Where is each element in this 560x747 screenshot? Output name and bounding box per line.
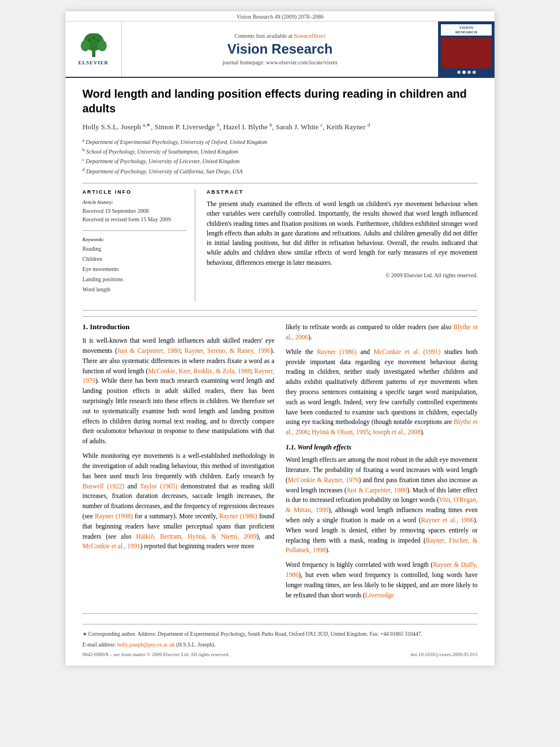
ref-rayner-duffy[interactable]: Rayner & Duffy, 1986	[286, 561, 478, 578]
authors: Holly S.S.L. Joseph a,∗, Simon P. Livers…	[82, 121, 478, 133]
received-date: Received 19 September 2008	[82, 207, 186, 215]
sciencedirect-link[interactable]: ScienceDirect	[294, 33, 325, 39]
body-columns: 1. Introduction It is well-known that wo…	[82, 316, 478, 605]
affiliation-c: c Department of Psychology, University o…	[82, 156, 478, 166]
footnote-corresponding: ∗ Corresponding author. Address: Departm…	[82, 630, 478, 638]
vr-dots	[457, 71, 476, 74]
body-paragraph-5: Word length effects are among the most r…	[286, 455, 478, 556]
ref-mcconkie-1991[interactable]: McConkie et al., 1991	[82, 543, 141, 549]
affiliation-a: a Department of Experimental Psychology,…	[82, 137, 478, 147]
email-label: E-mail address:	[82, 642, 116, 648]
ref-rayner-fischer[interactable]: Rayner, Fischer, & Pollatsek, 1998	[286, 537, 478, 554]
article-history-section: Article history: Received 19 September 2…	[82, 199, 186, 224]
ref-joseph-2008[interactable]: Joseph et al., 2008	[373, 429, 421, 435]
vr-cover-image	[441, 37, 491, 68]
abstract-heading: ABSTRACT	[207, 189, 478, 195]
divider-info	[82, 230, 186, 231]
journal-header: ELSEVIER Contents lists available at Sci…	[65, 21, 495, 78]
keyword-reading: Reading	[82, 244, 186, 254]
abstract-section: ABSTRACT The present study examined the …	[207, 189, 478, 302]
keywords-list: Reading Children Eye movements Landing p…	[82, 244, 186, 295]
ref-rayner-sereno[interactable]: Rayner, Sereno, & Raney, 1996	[185, 347, 270, 354]
footer-divider	[82, 624, 478, 624]
vr-dot-2	[462, 71, 466, 74]
body-paragraph-2: While monitoring eye movements is a well…	[82, 451, 274, 552]
divider-2	[82, 310, 478, 311]
ref-liversedge[interactable]: Liversedge	[365, 592, 394, 599]
svg-point-2	[81, 40, 90, 51]
revised-date: Received in revised form 15 May 2009	[82, 215, 186, 224]
ref-blythe-2006a[interactable]: Blythe et al., 2006	[286, 324, 478, 340]
footnote-star: ∗ Corresponding author. Address: Departm…	[82, 631, 422, 637]
ref-rayner-1986[interactable]: Rayner (1986)	[219, 513, 257, 519]
affiliation-b: b School of Psychology, University of So…	[82, 147, 478, 156]
journal-center: Contents lists available at ScienceDirec…	[122, 21, 438, 77]
ref-buswell[interactable]: Buswell (1922)	[82, 483, 124, 490]
article-content: Word length and landing position effects…	[65, 78, 495, 666]
email-suffix: (H.S.S.L. Joseph).	[176, 642, 216, 648]
footer-bottom: 0042-6989/$ – see front matter © 2009 El…	[82, 652, 478, 657]
ref-rayner-1998[interactable]: Rayner (1998)	[95, 513, 133, 519]
keyword-eye-movements: Eye movements	[82, 264, 186, 274]
sciencedirect-line: Contents lists available at ScienceDirec…	[234, 33, 325, 39]
vr-dot-4	[473, 71, 476, 74]
article-info-heading: ARTICLE INFO	[82, 189, 186, 195]
column-right: likely to refixate words as compared to …	[286, 322, 478, 605]
elsevier-logo: ELSEVIER	[65, 21, 122, 77]
journal-title: Vision Research	[228, 41, 333, 57]
ref-hyona-olson[interactable]: Hyönä & Olson, 1995	[312, 429, 369, 435]
elsevier-label: ELSEVIER	[78, 60, 109, 65]
svg-point-6	[97, 39, 99, 41]
history-label: Article history:	[82, 199, 186, 205]
vr-dot-3	[467, 71, 471, 74]
info-abstract-section: ARTICLE INFO Article history: Received 1…	[82, 189, 478, 302]
email-link[interactable]: holly.joseph@psy.ox.ac.uk	[117, 642, 175, 648]
svg-point-5	[93, 37, 95, 39]
doi: doi:10.1016/j.visres.2009.05.015	[410, 652, 478, 657]
ref-haikio[interactable]: Häikiö, Bertram, Hyönä, & Niemi, 2009	[136, 533, 256, 540]
keywords-label: Keywords:	[82, 237, 186, 242]
vr-dot-1	[457, 71, 461, 74]
ref-taylor[interactable]: Taylor (1965)	[140, 483, 177, 490]
copyright-line: 0042-6989/$ – see front matter © 2009 El…	[82, 652, 230, 657]
ref-rayner-1986b[interactable]: Rayner (1986)	[317, 348, 357, 355]
ref-rayner-1996[interactable]: Rayner et al., 1996	[421, 517, 474, 523]
keyword-word-length: Word length	[82, 285, 186, 295]
keyword-landing-positions: Landing positions	[82, 274, 186, 285]
keywords-section: Keywords: Reading Children Eye movements…	[82, 237, 186, 295]
svg-point-3	[98, 40, 107, 51]
article-page: Vision Research 49 (2009) 2078–2086 ELSE…	[65, 11, 495, 666]
body-paragraph-3: likely to refixate words as compared to …	[286, 322, 478, 343]
ref-just-carpenter-2[interactable]: Just & Carpenter, 1980	[347, 487, 407, 493]
abstract-text: The present study examined the effects o…	[207, 199, 478, 268]
ref-mcconkie-et-al[interactable]: McConkie et al. (1991)	[374, 348, 441, 355]
footnote-email: E-mail address: holly.joseph@psy.ox.ac.u…	[82, 641, 478, 649]
top-bar: Vision Research 49 (2009) 2078–2086	[65, 11, 495, 21]
elsevier-tree-icon	[77, 33, 111, 59]
divider-1	[82, 183, 478, 184]
journal-homepage: journal homepage: www.elsevier.com/locat…	[222, 59, 338, 65]
svg-point-4	[88, 39, 90, 41]
journal-ref: Vision Research 49 (2009) 2078–2086	[237, 14, 323, 20]
copyright-notice: © 2009 Elsevier Ltd. All rights reserved…	[207, 272, 478, 278]
ref-vitu[interactable]: Vitu, O'Regan, & Mittau, 1990	[286, 496, 478, 513]
article-info: ARTICLE INFO Article history: Received 1…	[82, 189, 195, 302]
affiliation-d: d Department of Psychology, University o…	[82, 167, 478, 176]
article-title: Word length and landing position effects…	[82, 86, 478, 116]
body-paragraph-6: Word frequency is highly correlated with…	[286, 560, 478, 600]
ref-just-carpenter[interactable]: Just & Carpenter, 1980	[117, 347, 181, 354]
column-left: 1. Introduction It is well-known that wo…	[82, 322, 274, 605]
page-footer: ∗ Corresponding author. Address: Departm…	[82, 613, 478, 657]
body-paragraph-1: It is well-known that word length influe…	[82, 336, 274, 447]
vr-logo-text: VISIONRESEARCH	[441, 24, 492, 36]
keyword-children: Children	[82, 254, 186, 264]
subsection1-heading: 1.1. Word length effects	[286, 443, 478, 452]
ref-mcconkie-rayner[interactable]: McConkie & Rayner, 1976	[288, 477, 359, 483]
svg-rect-0	[92, 50, 95, 57]
ref-mcconkie-kerr[interactable]: McConkie, Kerr, Reddix, & Zola, 1988	[148, 368, 251, 374]
body-paragraph-4: While the Rayner (1986) and McConkie et …	[286, 347, 478, 438]
affiliations: a Department of Experimental Psychology,…	[82, 137, 478, 176]
section1-heading: 1. Introduction	[82, 322, 274, 331]
vision-research-logo-box: VISIONRESEARCH	[438, 21, 495, 77]
